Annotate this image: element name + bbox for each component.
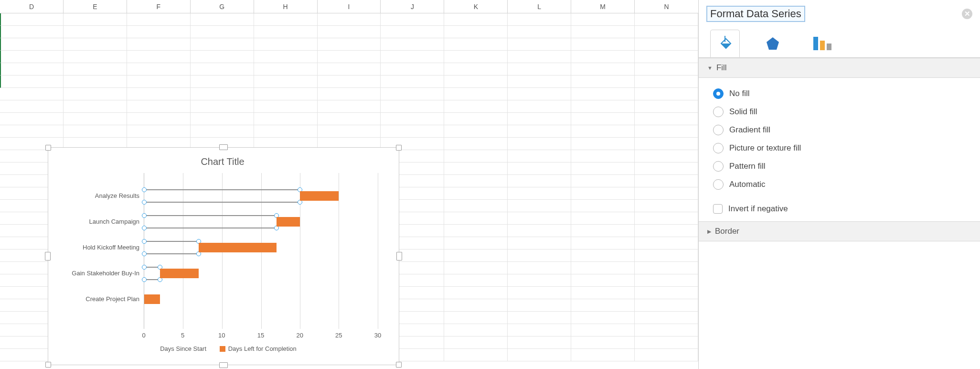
y-axis-label: Analyze Results: [95, 184, 139, 208]
section-border-header[interactable]: ▶ Border: [699, 221, 980, 241]
chart-object[interactable]: Chart Title Analyze Results Launch Campa…: [48, 147, 399, 365]
tab-fill-and-line[interactable]: [710, 30, 740, 57]
invert-label: Invert if negative: [728, 204, 788, 214]
column-headers: D E F G H I J K L M N: [0, 0, 698, 13]
sidebar-title[interactable]: Format Data Series: [706, 6, 805, 22]
column-header-j[interactable]: J: [381, 0, 444, 13]
fill-option-label: Picture or texture fill: [729, 143, 801, 153]
y-axis-label: Create Project Plan: [85, 287, 139, 312]
fill-option-picture[interactable]: Picture or texture fill: [713, 139, 966, 157]
y-axis-label: Hold Kickoff Meeting: [83, 235, 139, 260]
fill-option-solid[interactable]: Solid fill: [713, 103, 966, 121]
x-tick: 15: [257, 332, 264, 339]
fill-option-label: Automatic: [729, 180, 766, 189]
y-axis-label: Gain Stakeholder Buy-In: [72, 261, 139, 286]
tab-series-options[interactable]: [806, 30, 839, 57]
fill-option-label: Solid fill: [729, 107, 757, 117]
x-tick: 20: [296, 332, 303, 339]
column-header-k[interactable]: K: [444, 0, 508, 13]
bar-row[interactable]: [144, 287, 378, 312]
fill-option-label: No fill: [729, 89, 750, 98]
column-header-i[interactable]: I: [318, 0, 381, 13]
column-header-g[interactable]: G: [191, 0, 254, 13]
plot-area[interactable]: Analyze Results Launch Campaign Hold Kic…: [144, 173, 378, 329]
resize-handle-top-middle[interactable]: [219, 144, 228, 150]
chart-title[interactable]: Chart Title: [55, 156, 390, 167]
spreadsheet-area: D E F G H I J K L M N: [0, 0, 698, 369]
paint-bucket-icon: [718, 36, 732, 51]
x-tick: 10: [218, 332, 225, 339]
resize-handle-middle-left[interactable]: [45, 252, 51, 260]
bar-row[interactable]: [144, 235, 378, 260]
column-header-n[interactable]: N: [635, 0, 698, 13]
x-tick: 5: [181, 332, 184, 339]
legend-label: Days Left for Completion: [228, 345, 297, 352]
caret-right-icon: ▶: [707, 228, 711, 235]
column-header-e[interactable]: E: [64, 0, 127, 13]
column-header-d[interactable]: D: [0, 0, 64, 13]
tab-effects[interactable]: [758, 30, 788, 57]
caret-down-icon: ▼: [707, 65, 713, 71]
fill-option-no-fill[interactable]: No fill: [713, 85, 966, 103]
bar-row[interactable]: [144, 184, 378, 208]
close-icon[interactable]: ✕: [962, 9, 972, 19]
radio-icon: [713, 107, 724, 117]
invert-if-negative[interactable]: Invert if negative: [699, 197, 980, 221]
radio-icon: [713, 88, 724, 99]
section-fill-header[interactable]: ▼ Fill: [699, 58, 980, 78]
radio-icon: [713, 179, 724, 190]
resize-handle-bottom-right[interactable]: [396, 362, 402, 368]
fill-option-gradient[interactable]: Gradient fill: [713, 121, 966, 139]
fill-option-label: Pattern fill: [729, 162, 766, 171]
resize-handle-middle-right[interactable]: [396, 252, 402, 260]
x-tick: 30: [374, 332, 381, 339]
x-tick: 25: [335, 332, 342, 339]
fill-option-pattern[interactable]: Pattern fill: [713, 157, 966, 175]
svg-marker-1: [767, 37, 779, 50]
fill-option-automatic[interactable]: Automatic: [713, 175, 966, 194]
fill-option-label: Gradient fill: [729, 125, 770, 135]
section-border-label: Border: [715, 227, 739, 236]
bar-row[interactable]: [144, 261, 378, 286]
y-axis-label: Launch Campaign: [89, 209, 139, 234]
chart-legend[interactable]: Days Since Start Days Left for Completio…: [55, 345, 390, 353]
format-sidebar: Format Data Series ✕ ▼ Fill No f: [698, 0, 980, 369]
x-axis: 0 5 10 15 20 25 30: [144, 329, 378, 343]
pentagon-icon: [766, 36, 780, 51]
radio-icon: [713, 143, 724, 153]
resize-handle-top-right[interactable]: [396, 145, 402, 151]
resize-handle-bottom-left[interactable]: [45, 362, 51, 368]
column-header-f[interactable]: F: [127, 0, 191, 13]
checkbox-icon: [713, 204, 723, 214]
legend-label: Days Since Start: [160, 345, 206, 352]
x-tick: 0: [142, 332, 145, 339]
column-header-h[interactable]: H: [254, 0, 318, 13]
column-header-m[interactable]: M: [571, 0, 635, 13]
resize-handle-top-left[interactable]: [45, 145, 51, 151]
resize-handle-bottom-middle[interactable]: [219, 362, 228, 368]
bar-chart-icon: [813, 37, 831, 50]
radio-icon: [713, 161, 724, 172]
sidebar-tabs: [699, 27, 980, 58]
radio-icon: [713, 125, 724, 135]
fill-options: No fill Solid fill Gradient fill Picture…: [699, 78, 980, 197]
bar-row[interactable]: [144, 209, 378, 234]
section-fill-label: Fill: [716, 63, 727, 73]
column-header-l[interactable]: L: [508, 0, 571, 13]
